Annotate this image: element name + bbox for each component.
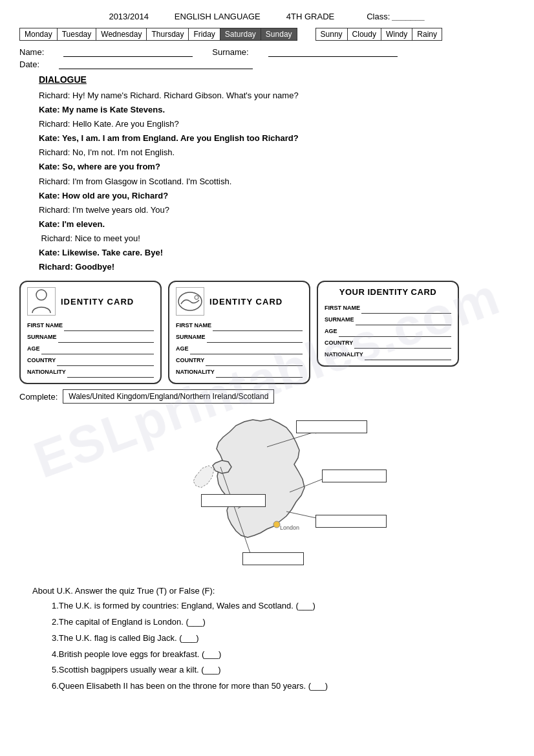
date-field[interactable] [59,59,253,69]
id-card-1-photo [27,287,56,316]
map-label-england[interactable] [322,470,387,482]
id-card-your: YOUR IDENTITY CARD FIRST NAME SURNAME AG… [317,281,459,367]
weather-windy[interactable]: Windy [381,28,412,40]
line-1: Richard: Hy! My name's Richard. Richard … [39,89,515,103]
name-field[interactable] [63,47,193,57]
map-label-scotland[interactable] [296,420,367,433]
line-12: Kate: Likewise. Take care. Bye! [39,246,515,260]
surname-label: Surname: [212,47,248,57]
weather-rainy[interactable]: Rainy [412,28,442,40]
line-8: Kate: How old are you, Richard? [39,189,515,203]
quiz-item-4: 4.British people love eggs for breakfast… [52,648,502,662]
id-card-your-fields: FIRST NAME SURNAME AGE COUNTRY NATIONALI… [325,302,451,360]
name-label: Name: [19,47,44,57]
line-13: Richard: Goodbye! [39,260,515,274]
quiz-section: About U.K. Answer the quiz True (T) or F… [32,586,502,693]
map-label-wales[interactable] [201,494,266,507]
header-subject: ENGLISH LANGUAGE [175,12,261,21]
day-monday[interactable]: Monday [20,28,58,40]
line-7: Richard: I'm from Glasgow in Scotland. I… [39,175,515,189]
quiz-item-5: 5.Scottish bagpipers usually wear a kilt… [52,664,502,677]
svg-point-2 [195,296,198,299]
id-card-1-header: IDENTITY CARD [27,287,154,316]
header-row: 2013/2014 ENGLISH LANGUAGE 4TH GRADE Cla… [19,12,515,21]
weather-row: Sunny Cloudy Windy Rainy [315,28,442,41]
id-card-2-title: IDENTITY CARD [209,297,283,307]
line-11: Richard: Nice to meet you! [39,232,515,246]
id-card-1-fields: FIRST NAME SURNAME AGE COUNTRY NATIONALI… [27,319,154,378]
surname-field[interactable] [268,47,398,57]
line-4: Kate: Yes, I am. I am from England. Are … [39,131,515,146]
line-3: Richard: Hello Kate. Are you English? [39,117,515,131]
quiz-item-2: 2.The capital of England is London. (___… [52,616,502,629]
line-10: Kate: I'm eleven. [39,217,515,232]
id-card-1-title: IDENTITY CARD [61,297,134,307]
id-card-kate: IDENTITY CARD FIRST NAME SURNAME AGE COU… [168,281,310,384]
line-2: Kate: My name is Kate Stevens. [39,103,515,117]
id-card-richard: IDENTITY CARD FIRST NAME SURNAME AGE COU… [19,281,162,384]
svg-point-0 [36,290,47,300]
weather-sunny[interactable]: Sunny [316,28,348,40]
map-label-uk[interactable] [242,552,304,565]
day-sunday[interactable]: Sunday [261,28,297,40]
line-6: Kate: So, where are you from? [39,160,515,174]
header-class: Class: _______ [367,12,425,21]
dialogue-section: DIALOGUE Richard: Hy! My name's Richard.… [19,74,515,274]
header-grade: 4TH GRADE [286,12,334,21]
quiz-title: About U.K. Answer the quiz True (T) or F… [32,586,502,596]
weather-cloudy[interactable]: Cloudy [348,28,381,40]
day-thursday[interactable]: Thursday [147,28,189,40]
name-date-section: Name: Surname: Date: [19,47,515,69]
map-container: London [131,411,403,579]
dialogue-lines: Richard: Hy! My name's Richard. Richard … [39,89,515,274]
day-saturday[interactable]: Saturday [220,28,261,40]
map-label-ni[interactable] [315,515,387,528]
line-9: Richard: I'm twelve years old. You? [39,203,515,217]
quiz-item-1: 1.The U.K. is formed by countries: Engla… [52,599,502,613]
landscape-icon [177,290,203,313]
complete-row: Complete: Wales/United Kingdom/England/N… [19,389,515,404]
map-section: London [19,411,515,579]
date-label: Date: [19,59,39,69]
dialogue-title: DIALOGUE [39,74,515,85]
header-year: 2013/2014 [109,12,148,21]
day-tuesday[interactable]: Tuesday [58,28,97,40]
person-icon-1 [30,288,53,314]
svg-text:London: London [280,524,299,531]
quiz-item-6: 6.Queen Elisabeth II has been on the thr… [52,680,502,693]
identity-cards-row: IDENTITY CARD FIRST NAME SURNAME AGE COU… [19,281,515,384]
day-friday[interactable]: Friday [189,28,220,40]
id-card-your-title: YOUR IDENTITY CARD [325,287,451,297]
quiz-items: 1.The U.K. is formed by countries: Engla… [32,599,502,693]
day-wednesday[interactable]: Wednesday [96,28,147,40]
id-card-2-photo [176,287,204,316]
quiz-item-3: 3.The U.K. flag is called Big Jack. (___… [52,632,502,645]
line-5: Richard: No, I'm not. I'm not English. [39,146,515,160]
complete-box: Wales/United Kingdom/England/Northern Ir… [63,389,274,404]
svg-point-3 [273,521,280,528]
days-row: Monday Tuesday Wednesday Thursday Friday… [19,28,297,41]
id-card-2-header: IDENTITY CARD [176,287,303,316]
complete-label: Complete: [19,392,58,402]
days-weather-row: Monday Tuesday Wednesday Thursday Friday… [19,28,515,41]
id-card-2-fields: FIRST NAME SURNAME AGE COUNTRY NATIONALI… [176,319,303,378]
